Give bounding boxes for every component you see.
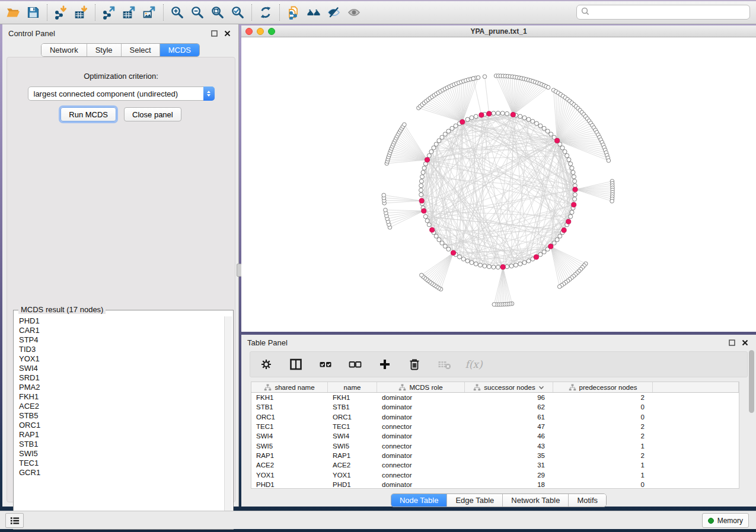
memory-button[interactable]: Memory	[702, 513, 749, 528]
search-input[interactable]	[590, 7, 749, 18]
zoom-fit-button[interactable]	[208, 3, 228, 22]
network-canvas[interactable]	[241, 37, 756, 332]
import-table-button[interactable]	[71, 3, 91, 22]
mcds-result-item[interactable]: PHD1	[16, 316, 224, 326]
tab-edge-table[interactable]: Edge Table	[447, 494, 503, 507]
column-panel-button[interactable]	[288, 357, 304, 372]
node-table[interactable]: shared namenameMCDS rolesuccessor nodesp…	[251, 382, 739, 489]
table-row[interactable]: FKH1 FKH1 dominator 96 2	[251, 393, 739, 402]
float-panel-button[interactable]	[209, 28, 219, 39]
select-all-icon	[318, 357, 333, 371]
mcds-result-item[interactable]: SWI4	[16, 364, 224, 373]
mcds-result-item[interactable]: PMA2	[16, 383, 224, 392]
table-panel-title: Table Panel	[247, 338, 288, 347]
zoom-in-button[interactable]	[167, 3, 187, 22]
close-panel-button-2[interactable]: Close panel	[124, 107, 181, 121]
network-window-titlebar[interactable]: YPA_prune.txt_1	[241, 25, 756, 37]
table-scrollbar-thumb[interactable]	[749, 350, 754, 413]
mcds-result-title: MCDS result (17 nodes)	[18, 305, 106, 314]
mcds-result-item[interactable]: YOX1	[16, 354, 224, 364]
column-header-predecessor-nodes[interactable]: predecessor nodes	[553, 382, 653, 392]
table-close-button[interactable]	[739, 337, 750, 348]
tree-icon	[398, 384, 406, 391]
import-network-button[interactable]	[51, 3, 71, 22]
tab-motifs[interactable]: Motifs	[569, 494, 606, 507]
tab-node-table[interactable]: Node Table	[391, 494, 448, 507]
zoom-out-icon	[190, 5, 205, 20]
mcds-result-item[interactable]: SWI5	[16, 449, 224, 459]
column-header-shared-name[interactable]: shared name	[251, 382, 328, 392]
zoom-fit-icon	[210, 5, 225, 20]
mcds-result-item[interactable]: SRD1	[16, 373, 224, 383]
run-mcds-button[interactable]: Run MCDS	[60, 107, 116, 121]
mcds-result-item[interactable]: TID3	[16, 345, 224, 354]
refresh-icon	[259, 5, 273, 20]
table-row[interactable]: RAP1 RAP1 dominator 35 2	[251, 451, 739, 460]
cell-shared-name: FKH1	[251, 394, 328, 401]
table-row[interactable]: SWI4 SWI4 dominator 46 2	[251, 431, 739, 441]
show-details-button[interactable]	[344, 3, 364, 22]
refresh-button[interactable]	[256, 3, 276, 22]
export-network-button[interactable]	[99, 3, 119, 22]
mcds-result-item[interactable]: STB5	[16, 411, 224, 421]
tab-network-table[interactable]: Network Table	[503, 494, 569, 507]
export-table-button[interactable]	[119, 3, 139, 22]
mcds-result-list[interactable]: PHD1CAR1STP4TID3YOX1SWI4SRD1PMA2FKH1ACE2…	[16, 316, 224, 527]
table-row[interactable]: TEC1 TEC1 connector 47 2	[251, 422, 739, 431]
mcds-result-item[interactable]: FKH1	[16, 392, 224, 402]
cell-shared-name: RAP1	[251, 452, 328, 459]
open-file-button[interactable]	[3, 3, 23, 22]
table-row[interactable]: SWI5 SWI5 connector 43 1	[251, 441, 739, 450]
hide-details-icon	[327, 5, 341, 20]
network-overview-button[interactable]	[304, 3, 324, 22]
deselect-all-button[interactable]	[347, 357, 363, 372]
duplicate-network-button[interactable]	[283, 3, 304, 22]
cell-predecessor-nodes: 2	[553, 452, 653, 459]
mcds-result-item[interactable]: GCR1	[16, 468, 224, 477]
close-panel-button[interactable]	[222, 28, 232, 39]
column-header-MCDS-role[interactable]: MCDS role	[377, 382, 465, 392]
cell-shared-name: SWI4	[251, 432, 328, 440]
cell-name: SWI4	[328, 432, 377, 440]
hide-details-button[interactable]	[324, 3, 344, 22]
mcds-result-item[interactable]: STB1	[16, 440, 224, 449]
zoom-out-button[interactable]	[187, 3, 208, 22]
select-all-button[interactable]	[318, 357, 333, 372]
table-settings-icon	[259, 357, 273, 371]
column-header-name[interactable]: name	[328, 382, 377, 392]
import-table-icon	[74, 5, 88, 20]
tab-select[interactable]: Select	[122, 44, 160, 56]
optimization-dropdown[interactable]: largest connected component (undirected)	[28, 86, 215, 101]
delete-entry-button[interactable]	[407, 357, 422, 372]
zoom-selected-button[interactable]	[228, 3, 248, 22]
save-session-button[interactable]	[23, 3, 43, 22]
table-settings-button[interactable]	[259, 357, 274, 372]
tab-mcds[interactable]: MCDS	[160, 44, 199, 56]
mcds-result-item[interactable]: TEC1	[16, 459, 224, 468]
mcds-result-item[interactable]: RAP1	[16, 430, 224, 440]
column-header-filler	[653, 382, 739, 392]
add-entry-button[interactable]	[377, 357, 393, 372]
table-row[interactable]: ORC1 ORC1 dominator 61 0	[251, 412, 739, 422]
memory-label: Memory	[717, 517, 743, 525]
mcds-result-scrollbar[interactable]	[224, 316, 232, 528]
cell-predecessor-nodes: 1	[553, 462, 653, 469]
show-panels-button[interactable]	[5, 513, 24, 528]
table-row[interactable]: STB1 STB1 dominator 62 0	[251, 402, 739, 412]
table-row[interactable]: PHD1 PHD1 dominator 18 0	[251, 480, 739, 489]
add-entry-icon	[378, 357, 392, 371]
table-float-button[interactable]	[726, 337, 737, 348]
export-image-button[interactable]	[139, 3, 160, 22]
search-box[interactable]	[576, 5, 750, 20]
mcds-result-item[interactable]: ACE2	[16, 402, 224, 411]
table-row[interactable]: YOX1 YOX1 connector 29 1	[251, 470, 739, 479]
mcds-result-item[interactable]: STP4	[16, 335, 224, 345]
column-header-successor-nodes[interactable]: successor nodes	[465, 382, 553, 392]
mcds-result-item[interactable]: CAR1	[16, 326, 224, 335]
tab-style[interactable]: Style	[87, 44, 122, 56]
mcds-result-item[interactable]: ORC1	[16, 421, 224, 430]
cell-predecessor-nodes: 0	[553, 403, 653, 411]
tab-network[interactable]: Network	[42, 44, 87, 56]
table-row[interactable]: ACE2 ACE2 connector 31 1	[251, 460, 739, 470]
cell-mcds-role: connector	[377, 423, 465, 430]
